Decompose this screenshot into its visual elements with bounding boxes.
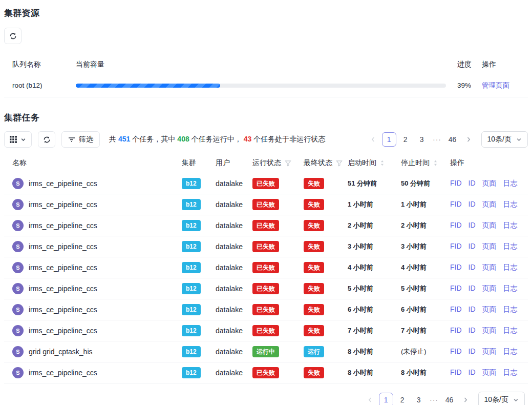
grid-icon — [10, 136, 17, 143]
log-link[interactable]: 日志 — [503, 284, 518, 293]
task-row: S irms_ce_pipeline_ccs b12 datalake 已失败 … — [4, 299, 528, 320]
fid-link[interactable]: FID — [450, 179, 462, 188]
column-settings-dropdown[interactable] — [4, 131, 32, 148]
stop-time: 5 小时前 — [401, 284, 450, 293]
fid-link[interactable]: FID — [450, 284, 462, 293]
fid-link[interactable]: FID — [450, 221, 462, 230]
log-link[interactable]: 日志 — [503, 347, 518, 356]
log-link[interactable]: 日志 — [503, 305, 518, 314]
task-name: irms_ce_pipeline_ccs — [29, 306, 97, 314]
pagination-page-2[interactable]: 2 — [395, 393, 410, 405]
final-status-badge: 失败 — [304, 262, 324, 273]
fid-link[interactable]: FID — [450, 305, 462, 314]
id-link[interactable]: ID — [469, 347, 476, 356]
final-status-badge: 运行 — [304, 346, 324, 357]
pagination-page-1[interactable]: 1 — [382, 132, 396, 147]
task-name: irms_ce_pipeline_ccs — [29, 179, 97, 188]
pagination-ellipsis[interactable]: ··· — [431, 135, 443, 144]
total-tasks-count: 451 — [118, 135, 130, 143]
pagination-prev[interactable] — [364, 393, 377, 405]
task-user: datalake — [216, 242, 252, 251]
id-link[interactable]: ID — [469, 284, 476, 293]
id-link[interactable]: ID — [469, 368, 476, 377]
sorter-icon[interactable] — [433, 159, 438, 167]
page-link[interactable]: 页面 — [482, 368, 497, 377]
fid-link[interactable]: FID — [450, 368, 462, 377]
id-link[interactable]: ID — [469, 242, 476, 251]
id-link[interactable]: ID — [469, 305, 476, 314]
pagination-next[interactable] — [459, 393, 472, 405]
filter-funnel-icon[interactable] — [285, 160, 291, 167]
page-link[interactable]: 页面 — [482, 221, 497, 230]
log-link[interactable]: 日志 — [503, 242, 518, 251]
filter-button[interactable]: 筛选 — [61, 131, 100, 148]
fid-link[interactable]: FID — [450, 242, 462, 251]
pagination-page-2[interactable]: 2 — [398, 132, 413, 147]
resources-table-header: 队列名称 当前容量 进度 操作 — [4, 55, 528, 74]
task-user: datalake — [216, 369, 252, 377]
col-run-status: 运行状态 — [252, 158, 304, 168]
capacity-progress-bar — [76, 84, 446, 88]
manage-page-link[interactable]: 管理页面 — [482, 82, 509, 89]
start-time: 1 小时前 — [348, 200, 401, 209]
final-status-badge: 失败 — [304, 325, 324, 336]
id-link[interactable]: ID — [469, 200, 476, 209]
page-link[interactable]: 页面 — [482, 347, 497, 356]
pagination-page-1[interactable]: 1 — [379, 393, 393, 405]
col-resource-action: 操作 — [482, 60, 528, 69]
page-link[interactable]: 页面 — [482, 179, 497, 188]
page-link[interactable]: 页面 — [482, 200, 497, 209]
tasks-refresh-button[interactable] — [38, 131, 55, 148]
stop-time: 1 小时前 — [401, 200, 450, 209]
page-size-select[interactable]: 10条/页 — [478, 392, 525, 405]
fid-link[interactable]: FID — [450, 326, 462, 335]
pagination-page-46[interactable]: 46 — [445, 132, 460, 147]
task-user: datalake — [216, 221, 252, 230]
pagination-prev[interactable] — [367, 132, 380, 147]
pagination-page-46[interactable]: 46 — [442, 393, 457, 405]
id-link[interactable]: ID — [469, 179, 476, 188]
task-row: S irms_ce_pipeline_ccs b12 datalake 已失败 … — [4, 278, 528, 299]
task-avatar: S — [12, 346, 24, 357]
cluster-badge: b12 — [182, 178, 201, 189]
fid-link[interactable]: FID — [450, 347, 462, 356]
page-link[interactable]: 页面 — [482, 305, 497, 314]
page-link[interactable]: 页面 — [482, 242, 497, 251]
log-link[interactable]: 日志 — [503, 221, 518, 230]
pagination-next[interactable] — [462, 132, 475, 147]
id-link[interactable]: ID — [469, 263, 476, 272]
final-status-badge: 失败 — [304, 304, 324, 315]
task-row: S irms_ce_pipeline_ccs b12 datalake 已失败 … — [4, 320, 528, 341]
fid-link[interactable]: FID — [450, 200, 462, 209]
log-link[interactable]: 日志 — [503, 368, 518, 377]
log-link[interactable]: 日志 — [503, 326, 518, 335]
run-status-badge: 已失败 — [252, 241, 279, 252]
start-time: 3 小时前 — [348, 242, 401, 251]
page-size-select[interactable]: 10条/页 — [481, 131, 528, 148]
log-link[interactable]: 日志 — [503, 179, 518, 188]
id-link[interactable]: ID — [469, 326, 476, 335]
queue-name: root (b12) — [12, 82, 76, 89]
cluster-badge: b12 — [182, 220, 201, 231]
final-status-badge: 失败 — [304, 367, 324, 378]
final-status-badge: 失败 — [304, 220, 324, 231]
page-link[interactable]: 页面 — [482, 326, 497, 335]
page-link[interactable]: 页面 — [482, 263, 497, 272]
start-time: 8 小时前 — [348, 368, 401, 377]
resources-table: 队列名称 当前容量 进度 操作 root (b12) 39% 管理页面 — [4, 55, 528, 97]
page-link[interactable]: 页面 — [482, 284, 497, 293]
task-avatar: S — [12, 262, 24, 273]
filter-button-label: 筛选 — [79, 135, 93, 144]
pagination-page-3[interactable]: 3 — [415, 132, 429, 147]
filter-funnel-icon[interactable] — [336, 160, 343, 167]
resources-refresh-button[interactable] — [4, 28, 22, 44]
pagination-ellipsis[interactable]: ··· — [428, 396, 440, 404]
fid-link[interactable]: FID — [450, 263, 462, 272]
pagination-page-3[interactable]: 3 — [412, 393, 426, 405]
sorter-icon[interactable] — [380, 159, 385, 167]
col-queue-name: 队列名称 — [12, 60, 76, 69]
log-link[interactable]: 日志 — [503, 200, 518, 209]
id-link[interactable]: ID — [469, 221, 476, 230]
task-name: irms_ce_pipeline_ccs — [29, 221, 97, 230]
log-link[interactable]: 日志 — [503, 263, 518, 272]
